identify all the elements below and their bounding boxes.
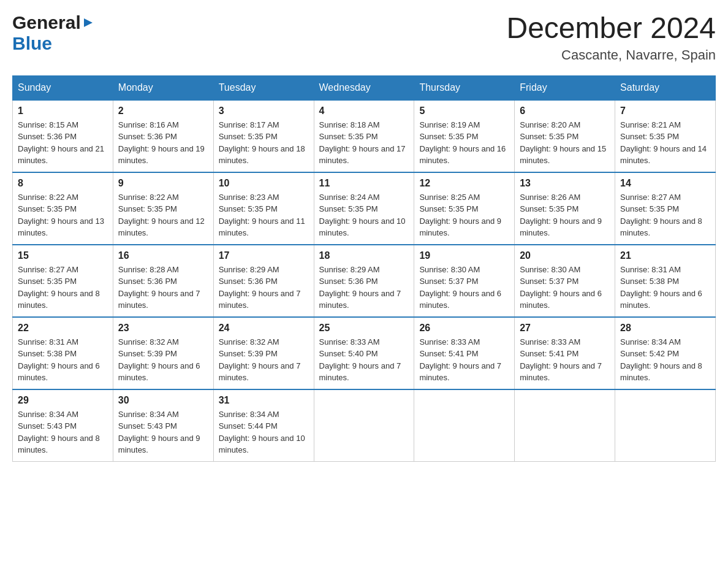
day-header-monday: Monday	[113, 75, 213, 100]
day-info: Sunrise: 8:31 AM Sunset: 5:38 PM Dayligh…	[620, 264, 710, 312]
calendar-cell: 14 Sunrise: 8:27 AM Sunset: 5:35 PM Dayl…	[615, 172, 716, 245]
day-number: 4	[319, 105, 409, 117]
day-info: Sunrise: 8:27 AM Sunset: 5:35 PM Dayligh…	[18, 264, 108, 312]
day-number: 9	[118, 178, 208, 189]
day-number: 15	[18, 250, 108, 261]
month-title: December 2024	[506, 12, 716, 45]
calendar-cell: 27 Sunrise: 8:33 AM Sunset: 5:41 PM Dayl…	[515, 317, 615, 389]
calendar-cell: 9 Sunrise: 8:22 AM Sunset: 5:35 PM Dayli…	[113, 172, 213, 245]
calendar-week-row: 1 Sunrise: 8:15 AM Sunset: 5:36 PM Dayli…	[13, 100, 716, 172]
calendar-cell: 6 Sunrise: 8:20 AM Sunset: 5:35 PM Dayli…	[515, 100, 615, 172]
title-section: December 2024 Cascante, Navarre, Spain	[506, 12, 716, 63]
day-number: 21	[620, 250, 710, 261]
day-info: Sunrise: 8:17 AM Sunset: 5:35 PM Dayligh…	[219, 119, 309, 167]
calendar-cell: 3 Sunrise: 8:17 AM Sunset: 5:35 PM Dayli…	[213, 100, 314, 172]
day-info: Sunrise: 8:15 AM Sunset: 5:36 PM Dayligh…	[18, 119, 108, 167]
day-info: Sunrise: 8:27 AM Sunset: 5:35 PM Dayligh…	[620, 191, 710, 239]
calendar-cell: 16 Sunrise: 8:28 AM Sunset: 5:36 PM Dayl…	[113, 245, 213, 317]
day-info: Sunrise: 8:28 AM Sunset: 5:36 PM Dayligh…	[118, 264, 208, 312]
day-number: 19	[419, 250, 509, 261]
day-number: 31	[219, 395, 309, 406]
day-info: Sunrise: 8:22 AM Sunset: 5:35 PM Dayligh…	[18, 191, 108, 239]
day-number: 13	[520, 178, 610, 189]
calendar-cell: 28 Sunrise: 8:34 AM Sunset: 5:42 PM Dayl…	[615, 317, 716, 389]
calendar-week-row: 8 Sunrise: 8:22 AM Sunset: 5:35 PM Dayli…	[13, 172, 716, 245]
day-number: 28	[620, 323, 710, 334]
day-number: 20	[520, 250, 610, 261]
logo-general-text: General	[12, 12, 81, 33]
day-info: Sunrise: 8:34 AM Sunset: 5:44 PM Dayligh…	[219, 408, 309, 456]
calendar-cell: 7 Sunrise: 8:21 AM Sunset: 5:35 PM Dayli…	[615, 100, 716, 172]
calendar-cell: 21 Sunrise: 8:31 AM Sunset: 5:38 PM Dayl…	[615, 245, 716, 317]
day-info: Sunrise: 8:33 AM Sunset: 5:41 PM Dayligh…	[520, 336, 610, 384]
day-info: Sunrise: 8:32 AM Sunset: 5:39 PM Dayligh…	[118, 336, 208, 384]
day-number: 16	[118, 250, 208, 261]
calendar-cell: 23 Sunrise: 8:32 AM Sunset: 5:39 PM Dayl…	[113, 317, 213, 389]
day-info: Sunrise: 8:20 AM Sunset: 5:35 PM Dayligh…	[520, 119, 610, 167]
calendar-cell: 1 Sunrise: 8:15 AM Sunset: 5:36 PM Dayli…	[13, 100, 113, 172]
day-number: 7	[620, 105, 710, 117]
day-info: Sunrise: 8:16 AM Sunset: 5:36 PM Dayligh…	[118, 119, 208, 167]
calendar-cell	[615, 389, 716, 462]
calendar-cell: 30 Sunrise: 8:34 AM Sunset: 5:43 PM Dayl…	[113, 389, 213, 462]
calendar-cell: 13 Sunrise: 8:26 AM Sunset: 5:35 PM Dayl…	[515, 172, 615, 245]
day-header-thursday: Thursday	[414, 75, 515, 100]
day-info: Sunrise: 8:18 AM Sunset: 5:35 PM Dayligh…	[319, 119, 409, 167]
calendar-cell: 4 Sunrise: 8:18 AM Sunset: 5:35 PM Dayli…	[314, 100, 414, 172]
calendar-cell	[515, 389, 615, 462]
calendar-cell: 31 Sunrise: 8:34 AM Sunset: 5:44 PM Dayl…	[213, 389, 314, 462]
calendar-week-row: 22 Sunrise: 8:31 AM Sunset: 5:38 PM Dayl…	[13, 317, 716, 389]
day-header-tuesday: Tuesday	[213, 75, 314, 100]
day-header-saturday: Saturday	[615, 75, 716, 100]
day-info: Sunrise: 8:32 AM Sunset: 5:39 PM Dayligh…	[219, 336, 309, 384]
day-number: 5	[419, 105, 509, 117]
day-info: Sunrise: 8:30 AM Sunset: 5:37 PM Dayligh…	[520, 264, 610, 312]
day-info: Sunrise: 8:34 AM Sunset: 5:43 PM Dayligh…	[18, 408, 108, 456]
day-number: 6	[520, 105, 610, 117]
day-number: 29	[18, 395, 108, 406]
day-info: Sunrise: 8:21 AM Sunset: 5:35 PM Dayligh…	[620, 119, 710, 167]
calendar-cell: 22 Sunrise: 8:31 AM Sunset: 5:38 PM Dayl…	[13, 317, 113, 389]
day-info: Sunrise: 8:19 AM Sunset: 5:35 PM Dayligh…	[419, 119, 509, 167]
day-number: 14	[620, 178, 710, 189]
calendar-cell: 29 Sunrise: 8:34 AM Sunset: 5:43 PM Dayl…	[13, 389, 113, 462]
calendar-table: SundayMondayTuesdayWednesdayThursdayFrid…	[12, 75, 716, 462]
day-info: Sunrise: 8:34 AM Sunset: 5:42 PM Dayligh…	[620, 336, 710, 384]
day-header-sunday: Sunday	[13, 75, 113, 100]
day-number: 22	[18, 323, 108, 334]
day-number: 23	[118, 323, 208, 334]
location-text: Cascante, Navarre, Spain	[506, 47, 716, 63]
day-number: 18	[319, 250, 409, 261]
day-info: Sunrise: 8:22 AM Sunset: 5:35 PM Dayligh…	[118, 191, 208, 239]
day-info: Sunrise: 8:26 AM Sunset: 5:35 PM Dayligh…	[520, 191, 610, 239]
day-number: 10	[219, 178, 309, 189]
page-header: General Blue December 2024 Cascante, Nav…	[12, 12, 716, 63]
calendar-cell: 10 Sunrise: 8:23 AM Sunset: 5:35 PM Dayl…	[213, 172, 314, 245]
day-number: 11	[319, 178, 409, 189]
calendar-cell: 11 Sunrise: 8:24 AM Sunset: 5:35 PM Dayl…	[314, 172, 414, 245]
logo-triangle-icon	[83, 17, 94, 29]
day-number: 30	[118, 395, 208, 406]
calendar-cell	[314, 389, 414, 462]
day-info: Sunrise: 8:23 AM Sunset: 5:35 PM Dayligh…	[219, 191, 309, 239]
day-number: 8	[18, 178, 108, 189]
logo-blue-text: Blue	[12, 33, 52, 54]
calendar-header-row: SundayMondayTuesdayWednesdayThursdayFrid…	[13, 75, 716, 100]
day-number: 3	[219, 105, 309, 117]
day-number: 26	[419, 323, 509, 334]
svg-marker-0	[84, 18, 93, 27]
day-info: Sunrise: 8:31 AM Sunset: 5:38 PM Dayligh…	[18, 336, 108, 384]
calendar-cell: 20 Sunrise: 8:30 AM Sunset: 5:37 PM Dayl…	[515, 245, 615, 317]
day-info: Sunrise: 8:30 AM Sunset: 5:37 PM Dayligh…	[419, 264, 509, 312]
calendar-cell: 26 Sunrise: 8:33 AM Sunset: 5:41 PM Dayl…	[414, 317, 515, 389]
calendar-week-row: 15 Sunrise: 8:27 AM Sunset: 5:35 PM Dayl…	[13, 245, 716, 317]
day-header-wednesday: Wednesday	[314, 75, 414, 100]
calendar-cell: 5 Sunrise: 8:19 AM Sunset: 5:35 PM Dayli…	[414, 100, 515, 172]
calendar-cell: 25 Sunrise: 8:33 AM Sunset: 5:40 PM Dayl…	[314, 317, 414, 389]
day-info: Sunrise: 8:33 AM Sunset: 5:41 PM Dayligh…	[419, 336, 509, 384]
day-number: 27	[520, 323, 610, 334]
day-number: 24	[219, 323, 309, 334]
day-number: 25	[319, 323, 409, 334]
day-header-friday: Friday	[515, 75, 615, 100]
day-info: Sunrise: 8:24 AM Sunset: 5:35 PM Dayligh…	[319, 191, 409, 239]
